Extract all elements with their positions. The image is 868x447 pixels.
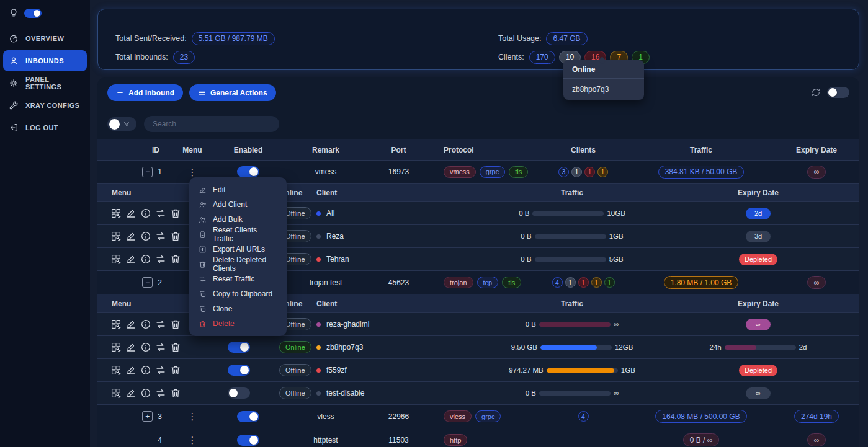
menu-item-reset-clients-traffic[interactable]: Reset Clients Traffic <box>189 227 287 242</box>
expiry-badge: ∞ <box>807 433 826 446</box>
edit-icon[interactable] <box>125 365 136 376</box>
reset-traffic-icon[interactable] <box>155 387 166 399</box>
client-enabled-toggle[interactable] <box>228 365 250 376</box>
qrcode-icon[interactable] <box>110 319 122 330</box>
general-actions-label: General Actions <box>210 89 267 97</box>
inbound-enabled-toggle[interactable] <box>237 166 259 177</box>
qrcode-icon[interactable] <box>110 254 122 265</box>
menu-item-add-client[interactable]: Add Client <box>189 197 287 212</box>
qrcode-icon[interactable] <box>110 342 122 353</box>
client-count-online: 1 <box>604 277 615 288</box>
menu-item-reset-traffic[interactable]: Reset Traffic <box>189 272 287 286</box>
search-input[interactable] <box>144 116 279 132</box>
logout-icon <box>9 123 19 133</box>
delete-icon[interactable] <box>170 365 181 376</box>
menu-item-export-all-urls[interactable]: Export All URLs <box>189 242 287 257</box>
menu-item-delete[interactable]: Delete <box>189 316 287 331</box>
subcol-menu: Menu <box>105 188 199 197</box>
client-row-f559zf: Offline f559zf 974.27 MB1GB Depleted <box>97 358 859 381</box>
collapse-icon[interactable]: − <box>142 277 153 288</box>
qrcode-icon[interactable] <box>110 231 122 242</box>
menu-item-add-bulk[interactable]: Add Bulk <box>189 212 287 227</box>
sidebar-item-overview[interactable]: OVERVIEW <box>3 28 87 49</box>
sidebar-item-xray-configs[interactable]: XRAY CONFIGS <box>3 95 87 116</box>
edit-icon[interactable] <box>125 231 136 242</box>
reset-traffic-icon[interactable] <box>155 208 166 219</box>
reset-traffic-icon[interactable] <box>155 254 166 265</box>
expiry-badge: 274d 19h <box>794 410 839 423</box>
expand-icon[interactable]: + <box>142 411 153 422</box>
client-enabled-toggle[interactable] <box>228 342 250 353</box>
delete-icon[interactable] <box>170 231 181 242</box>
delete-icon[interactable] <box>170 208 181 219</box>
collapse-icon[interactable]: − <box>142 167 153 177</box>
reset-traffic-icon[interactable] <box>155 342 166 353</box>
menu-item-clone[interactable]: Clone <box>189 301 287 316</box>
inbound-port: 22966 <box>363 412 434 421</box>
online-clients-popover: Online zb8hpo7q3 <box>563 60 644 100</box>
gear-icon <box>9 78 19 88</box>
reset-traffic-icon[interactable] <box>155 319 166 330</box>
edit-icon[interactable] <box>125 254 136 265</box>
delete-icon[interactable] <box>170 387 181 399</box>
info-icon[interactable] <box>140 254 151 265</box>
client-enabled-toggle[interactable] <box>228 387 250 399</box>
sidebar-item-log-out[interactable]: LOG OUT <box>3 117 87 138</box>
traffic-used: 0 B <box>521 232 531 240</box>
col-traffic: Traffic <box>620 146 782 154</box>
sidebar-item-panel-settings[interactable]: PANEL SETTINGS <box>3 73 87 94</box>
general-actions-button[interactable]: General Actions <box>189 84 276 101</box>
edit-icon[interactable] <box>125 319 136 330</box>
total-usage-label: Total Usage: <box>498 34 541 43</box>
client-color-dot <box>316 211 321 216</box>
delete-icon[interactable] <box>170 254 181 265</box>
inbounds-page: OVERVIEW INBOUNDS PANEL SETTINGS XRAY CO… <box>0 0 868 447</box>
subcol-expiry: Expiry Date <box>665 299 851 308</box>
client-color-dot <box>316 391 321 396</box>
refresh-icon[interactable] <box>811 87 821 97</box>
edit-icon[interactable] <box>125 342 136 353</box>
qrcode-icon[interactable] <box>110 387 122 399</box>
reset-traffic-icon[interactable] <box>155 365 166 376</box>
add-inbound-label: Add Inbound <box>128 89 174 97</box>
add-client-icon <box>199 201 207 209</box>
add-bulk-icon <box>199 216 207 224</box>
clients-label: Clients: <box>498 53 524 61</box>
info-icon[interactable] <box>140 319 151 330</box>
sidebar-item-label: XRAY CONFIGS <box>25 102 79 109</box>
filter-toggle[interactable] <box>107 117 136 131</box>
qrcode-icon[interactable] <box>110 365 122 376</box>
auto-refresh-toggle[interactable] <box>827 87 849 98</box>
client-count-depleted: 1 <box>584 167 595 177</box>
info-icon[interactable] <box>140 208 151 219</box>
add-inbound-button[interactable]: Add Inbound <box>107 84 183 101</box>
menu-item-copy-to-clipboard[interactable]: Copy to Clipboard <box>189 286 287 301</box>
delete-icon[interactable] <box>170 319 181 330</box>
col-port: Port <box>363 146 434 154</box>
total-sent-received-label: Total Sent/Received: <box>115 34 187 43</box>
traffic-badge: 0 B / ∞ <box>683 433 720 446</box>
edit-icon[interactable] <box>125 387 136 399</box>
menu-item-edit[interactable]: Edit <box>189 182 287 197</box>
info-icon[interactable] <box>140 387 151 399</box>
traffic-total: ∞ <box>614 389 619 397</box>
row-menu-icon[interactable]: ⋮ <box>188 435 197 445</box>
row-menu-icon[interactable]: ⋮ <box>188 412 197 421</box>
inbound-enabled-toggle[interactable] <box>237 435 259 446</box>
theme-toggle[interactable] <box>24 9 42 18</box>
sidebar-item-inbounds[interactable]: INBOUNDS <box>3 50 87 71</box>
delete-icon[interactable] <box>170 342 181 353</box>
client-count-deactive: 1 <box>571 167 582 177</box>
info-icon[interactable] <box>140 231 151 242</box>
traffic-badge: 1.80 MB / 1.00 GB <box>664 276 739 289</box>
funnel-icon <box>123 120 130 128</box>
inbound-enabled-toggle[interactable] <box>237 411 259 422</box>
row-menu-icon[interactable]: ⋮ <box>188 167 197 177</box>
edit-icon[interactable] <box>125 208 136 219</box>
qrcode-icon[interactable] <box>110 208 122 219</box>
reset-traffic-icon[interactable] <box>155 231 166 242</box>
tls-badge: tls <box>502 277 521 288</box>
info-icon[interactable] <box>140 365 151 376</box>
info-icon[interactable] <box>140 342 151 353</box>
menu-item-delete-depleted-clients[interactable]: Delete Depleted Clients <box>189 257 287 272</box>
